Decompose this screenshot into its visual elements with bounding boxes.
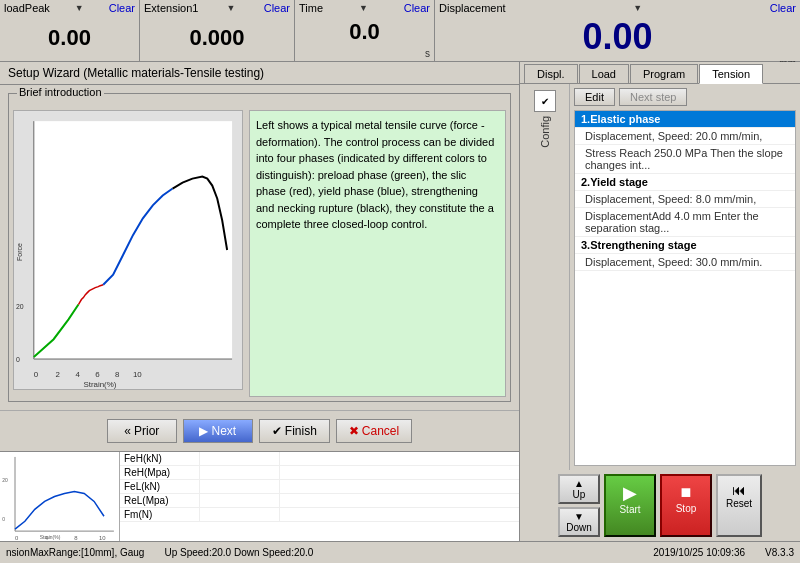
cancel-icon: ✖ (349, 424, 359, 438)
stop-label: Stop (676, 503, 697, 514)
config-checkbox[interactable]: ✔ (534, 90, 556, 112)
chart-area: 0 2 4 6 8 10 Strain(%) Force 0 20 (13, 110, 243, 390)
elastic-phase-header[interactable]: 1.Elastic phase (575, 111, 795, 128)
time-arrow[interactable]: ▼ (359, 3, 368, 13)
reset-label: Reset (726, 498, 752, 509)
middle-row: Setup Wizard (Metallic materials-Tensile… (0, 62, 800, 541)
config-sidebar: ✔ Config (520, 84, 570, 470)
displacement-header: Displacement ▼ Clear (439, 2, 796, 16)
loadpeak-cell: loadPeak ▼ Clear 0.00 (0, 0, 140, 61)
feh-value (200, 452, 280, 465)
start-icon: ▶ (623, 482, 637, 504)
mini-tensile-chart: 0 4 8 10 Strain(%) 20 0 (0, 452, 119, 541)
extension-cell: Extension1 ▼ Clear 0.000 (140, 0, 295, 61)
results-table: FeH(kN) ReH(Mpa) FeL(kN) ReL(Mpa) (120, 452, 519, 541)
right-tab-bar: Displ. Load Program Tension (520, 62, 800, 84)
down-icon: ▼ (574, 511, 584, 522)
svg-text:2: 2 (56, 370, 60, 379)
loadpeak-value: 0.00 (4, 16, 135, 59)
up-icon: ▲ (574, 478, 584, 489)
extension-arrow[interactable]: ▼ (227, 3, 236, 13)
svg-text:Force: Force (16, 243, 23, 261)
svg-text:4: 4 (75, 370, 80, 379)
reh-label: ReH(Mpa) (120, 466, 200, 479)
main-window: loadPeak ▼ Clear 0.00 Extension1 ▼ Clear… (0, 0, 800, 563)
config-label: Config (539, 116, 551, 148)
loadpeak-arrow[interactable]: ▼ (75, 3, 84, 13)
svg-text:6: 6 (95, 370, 100, 379)
status-left: nsionMaxRange:[10mm], Gaug (6, 547, 144, 558)
fel-value (200, 480, 280, 493)
tab-load[interactable]: Load (579, 64, 629, 83)
displacement-cell: Displacement ▼ Clear 0.00 mm (435, 0, 800, 61)
fm-value (200, 508, 280, 521)
tab-displ[interactable]: Displ. (524, 64, 578, 83)
next-icon: ▶ (199, 424, 208, 438)
displacement-arrow[interactable]: ▼ (633, 3, 642, 13)
next-button[interactable]: ▶ Next (183, 419, 253, 443)
displacement-label: Displacement (439, 2, 506, 14)
table-row: ReL(Mpa) (120, 494, 519, 508)
time-clear[interactable]: Clear (404, 2, 430, 14)
description-text: Left shows a typical metal tensile curve… (256, 119, 494, 230)
wizard-content: Brief introduction (0, 85, 519, 410)
down-label: Down (566, 522, 592, 533)
tensile-curve-chart: 0 2 4 6 8 10 Strain(%) Force 0 20 (14, 111, 242, 389)
finish-label: Finish (285, 424, 317, 438)
cancel-label: Cancel (362, 424, 399, 438)
table-row: ReH(Mpa) (120, 466, 519, 480)
stop-icon: ■ (681, 482, 692, 503)
tab-program[interactable]: Program (630, 64, 698, 83)
mini-chart-area: 0 4 8 10 Strain(%) 20 0 (0, 452, 120, 541)
tab-tension[interactable]: Tension (699, 64, 763, 84)
svg-text:20: 20 (2, 478, 8, 483)
down-button[interactable]: ▼ Down (558, 507, 600, 537)
reset-button[interactable]: ⏮ Reset (716, 474, 762, 537)
extension-header: Extension1 ▼ Clear (144, 2, 290, 16)
loadpeak-clear[interactable]: Clear (109, 2, 135, 14)
rel-label: ReL(Mpa) (120, 494, 200, 507)
svg-text:0: 0 (34, 370, 39, 379)
strengthening-stage-speed: Displacement, Speed: 30.0 mm/min. (575, 254, 795, 271)
svg-text:20: 20 (16, 303, 24, 310)
svg-rect-1 (34, 121, 232, 359)
reh-value (200, 466, 280, 479)
status-center: Up Speed:20.0 Down Speed:20.0 (164, 547, 313, 558)
next-step-button[interactable]: Next step (619, 88, 687, 106)
fel-label: FeL(kN) (120, 480, 200, 493)
config-area: ✔ Config Edit Next step 1.Elastic phase … (520, 84, 800, 470)
svg-text:0: 0 (2, 517, 5, 522)
finish-button[interactable]: ✔ Finish (259, 419, 330, 443)
status-bar: nsionMaxRange:[10mm], Gaug Up Speed:20.0… (0, 541, 800, 563)
reset-icon: ⏮ (732, 482, 746, 498)
elastic-phase-stress: Stress Reach 250.0 MPa Then the slope ch… (575, 145, 795, 174)
up-label: Up (573, 489, 586, 500)
time-unit: s (299, 48, 430, 59)
up-button[interactable]: ▲ Up (558, 474, 600, 504)
prior-button[interactable]: « Prior (107, 419, 177, 443)
svg-text:10: 10 (133, 370, 142, 379)
displacement-clear[interactable]: Clear (770, 2, 796, 14)
stop-button[interactable]: ■ Stop (660, 474, 712, 537)
table-row: Fm(N) (120, 508, 519, 522)
extension-label: Extension1 (144, 2, 198, 14)
edit-toolbar: Edit Next step (574, 88, 796, 106)
brief-intro-box: Brief introduction (8, 93, 511, 402)
table-row: FeH(kN) (120, 452, 519, 466)
wizard-title: Setup Wizard (Metallic materials-Tensile… (0, 62, 519, 85)
right-column: Displ. Load Program Tension ✔ Config Edi… (520, 62, 800, 541)
brief-intro-label: Brief introduction (17, 86, 104, 98)
strengthening-stage-header[interactable]: 3.Strengthening stage (575, 237, 795, 254)
status-version: V8.3.3 (765, 547, 794, 558)
wizard-buttons: « Prior ▶ Next ✔ Finish ✖ Cancel (0, 410, 519, 451)
start-label: Start (619, 504, 640, 515)
prior-icon: « (124, 424, 131, 438)
edit-button[interactable]: Edit (574, 88, 615, 106)
svg-text:8: 8 (115, 370, 120, 379)
cancel-button[interactable]: ✖ Cancel (336, 419, 412, 443)
start-button[interactable]: ▶ Start (604, 474, 656, 537)
yield-stage-header[interactable]: 2.Yield stage (575, 174, 795, 191)
svg-text:Strain(%): Strain(%) (83, 380, 116, 389)
extension-clear[interactable]: Clear (264, 2, 290, 14)
elastic-phase-speed: Displacement, Speed: 20.0 mm/min, (575, 128, 795, 145)
